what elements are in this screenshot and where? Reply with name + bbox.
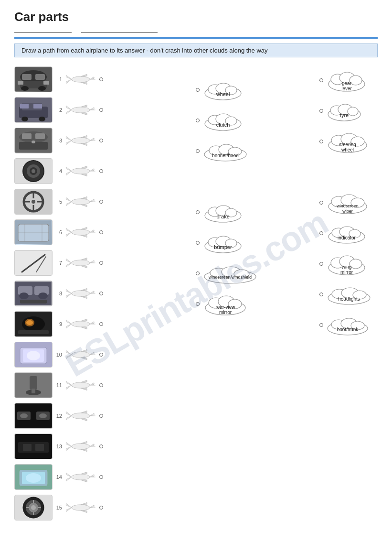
cloud-bumper: bumper xyxy=(201,232,244,254)
photo-14 xyxy=(14,464,53,490)
right-column: wheel clutch xyxy=(196,65,378,522)
cloud-spacer-r4 xyxy=(319,157,373,187)
row-num-1: 1 xyxy=(55,76,62,82)
airplane-icon-6 xyxy=(64,223,97,242)
photo-12 xyxy=(14,403,53,429)
table-row: 12 xyxy=(14,401,196,430)
dot-9 xyxy=(99,322,103,326)
cloud-bonnet: bonnet/hood xyxy=(201,140,249,162)
cloud-headlights: headlights xyxy=(325,283,373,305)
table-row: 2 xyxy=(14,96,196,124)
cloud-dot-bumper xyxy=(196,241,200,245)
svg-marker-166 xyxy=(90,475,94,477)
svg-text:headlights: headlights xyxy=(338,296,360,302)
dot-11 xyxy=(99,383,103,387)
svg-marker-100 xyxy=(81,289,87,291)
svg-marker-108 xyxy=(66,324,71,328)
svg-marker-49 xyxy=(66,167,71,171)
table-row: 1 xyxy=(14,65,196,94)
svg-text:bonnet/hood: bonnet/hood xyxy=(212,153,239,158)
left-column: 1 xyxy=(14,65,196,522)
svg-marker-109 xyxy=(66,320,71,324)
dot-13 xyxy=(99,445,103,448)
svg-point-46 xyxy=(32,169,35,173)
svg-marker-154 xyxy=(66,442,71,446)
svg-point-23 xyxy=(72,107,90,113)
airplane-area-14: 14 xyxy=(55,467,196,487)
airplane-area-1: 1 xyxy=(55,70,196,89)
airplane-area-7: 7 xyxy=(55,253,196,272)
svg-marker-179 xyxy=(66,508,71,512)
photo-7 xyxy=(14,250,53,276)
airplane-area-4: 4 xyxy=(55,162,196,181)
airplane-icon-9 xyxy=(64,314,97,334)
dot-1 xyxy=(99,77,103,81)
svg-marker-50 xyxy=(90,169,94,171)
svg-text:brake: brake xyxy=(216,214,230,219)
svg-point-139 xyxy=(20,413,28,418)
svg-rect-5 xyxy=(22,74,32,80)
svg-point-92 xyxy=(19,293,29,299)
airplane-icon-4 xyxy=(64,162,97,181)
svg-marker-75 xyxy=(90,230,94,232)
cloud-windscreen-wrap: windscreen/windshield xyxy=(196,258,259,289)
svg-marker-84 xyxy=(66,259,71,263)
svg-marker-73 xyxy=(66,232,71,237)
svg-text:indicator: indicator xyxy=(338,235,356,240)
cloud-dot-boot xyxy=(319,323,323,327)
svg-marker-120 xyxy=(66,350,71,355)
svg-rect-7 xyxy=(18,81,23,85)
row-num-9: 9 xyxy=(55,321,62,327)
svg-marker-24 xyxy=(66,110,71,114)
svg-marker-53 xyxy=(81,174,87,176)
svg-point-162 xyxy=(26,473,41,483)
svg-text:clutch: clutch xyxy=(216,122,230,128)
cloud-steering: steering wheel xyxy=(325,129,371,154)
cloud-dot-indicator xyxy=(319,231,323,235)
svg-marker-101 xyxy=(81,296,87,298)
cloud-dot-wingmirror xyxy=(319,262,323,266)
svg-marker-85 xyxy=(90,260,94,263)
svg-point-3 xyxy=(21,86,29,91)
cloud-tyre: tyre xyxy=(325,100,363,122)
cloud-indicator: indicator xyxy=(325,222,368,244)
svg-marker-130 xyxy=(66,385,71,390)
svg-rect-150 xyxy=(23,444,32,451)
dot-6 xyxy=(99,230,103,234)
title-underline-2 xyxy=(81,26,158,33)
airplane-area-11: 11 xyxy=(55,376,196,395)
airplane-area-12: 12 xyxy=(55,406,196,425)
row-num-11: 11 xyxy=(55,382,62,388)
svg-text:boot/trunk: boot/trunk xyxy=(337,327,359,332)
dot-4 xyxy=(99,169,103,173)
svg-point-117 xyxy=(27,351,40,360)
cloud-indicator-wrap: indicator xyxy=(319,218,373,249)
svg-marker-155 xyxy=(90,444,94,446)
svg-marker-123 xyxy=(81,350,87,352)
cloud-bumper-wrap: bumper xyxy=(196,228,259,258)
svg-marker-146 xyxy=(81,411,87,413)
svg-marker-41 xyxy=(81,136,87,138)
svg-text:tyre: tyre xyxy=(340,112,349,118)
row-num-4: 4 xyxy=(55,168,62,174)
blue-rule xyxy=(14,37,378,39)
airplane-icon-12 xyxy=(64,406,97,425)
svg-marker-88 xyxy=(81,266,87,268)
row-num-8: 8 xyxy=(55,291,62,296)
photo-3 xyxy=(14,128,53,153)
table-row: 8 xyxy=(14,279,196,308)
cloud-headlights-wrap: headlights xyxy=(319,279,373,310)
svg-point-20 xyxy=(39,117,45,121)
svg-point-178 xyxy=(72,505,90,510)
photo-13 xyxy=(14,434,53,459)
svg-text:steering: steering xyxy=(339,142,356,147)
title-underline-1 xyxy=(14,26,72,33)
svg-point-173 xyxy=(31,505,36,510)
cloud-clutch: clutch xyxy=(201,109,244,131)
airplane-icon-1 xyxy=(64,70,97,89)
airplane-area-13: 13 xyxy=(55,437,196,456)
cloud-dot-wiper xyxy=(319,201,323,205)
svg-rect-126 xyxy=(30,376,37,390)
cloud-gearlever-wrap: gear lever xyxy=(319,65,373,96)
svg-marker-135 xyxy=(81,388,87,390)
